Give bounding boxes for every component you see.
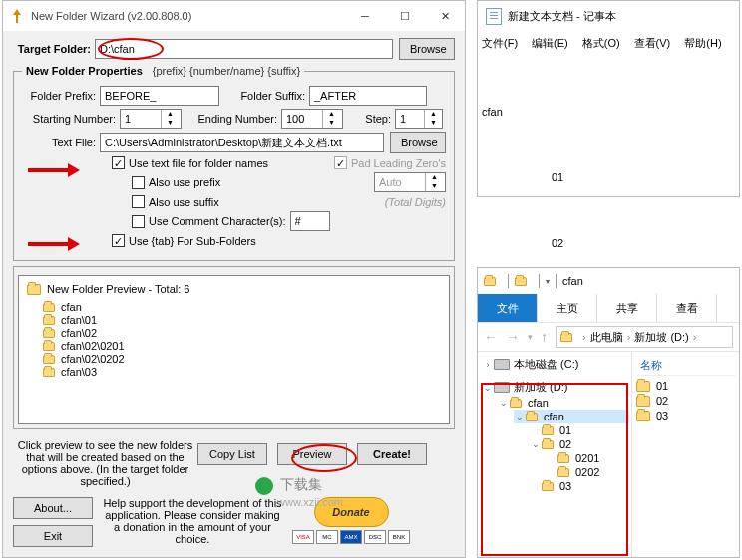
notepad-icon (486, 8, 502, 25)
menu-format[interactable]: 格式(O) (582, 36, 620, 51)
also-suffix-checkbox[interactable] (132, 195, 145, 208)
exit-button[interactable]: Exit (13, 525, 93, 547)
tree-item[interactable]: 本地磁盘 (C:) (514, 357, 578, 372)
tab-view[interactable]: 查看 (657, 294, 717, 322)
list-item[interactable]: 03 (636, 410, 735, 421)
step-label: Step: (343, 113, 395, 125)
tab-file[interactable]: 文件 (478, 294, 538, 322)
preview-group: New Folder Preview - Total: 6 cfan cfan\… (13, 266, 455, 429)
folder-icon (636, 411, 650, 421)
close-button[interactable]: ✕ (425, 1, 465, 31)
column-header-name[interactable]: 名称 (636, 356, 735, 376)
notepad-titlebar[interactable]: 新建文本文档 - 记事本 (478, 1, 739, 31)
about-button[interactable]: About... (13, 497, 93, 519)
explorer-list[interactable]: 名称 01 02 03 (632, 352, 739, 557)
preview-item: cfan\02\0201 (61, 340, 125, 352)
tree-item[interactable]: 0201 (575, 452, 599, 464)
create-button[interactable]: Create! (357, 443, 427, 465)
comment-checkbox[interactable] (132, 215, 145, 228)
maximize-button[interactable]: ☐ (385, 1, 425, 31)
browse-textfile-button[interactable]: Browse (390, 132, 446, 153)
breadcrumb[interactable]: 此电脑 (590, 330, 623, 345)
explorer-window: ▾ cfan 文件 主页 共享 查看 ← → ▾ ↑ › 此电脑 › 新加坡 (… (477, 267, 740, 558)
copy-list-button[interactable]: Copy List (197, 443, 267, 465)
list-item[interactable]: 02 (636, 395, 735, 407)
explorer-addressbar: ← → ▾ ↑ › 此电脑 › 新加坡 (D:) › (478, 322, 739, 352)
step-spinner[interactable]: ▲▼ (395, 109, 443, 129)
nav-back-icon[interactable]: ← (484, 329, 498, 345)
tree-item[interactable]: 03 (559, 480, 571, 492)
chevron-down-icon[interactable]: ▾ (546, 277, 550, 286)
prefix-input[interactable] (100, 86, 219, 106)
folder-icon (484, 277, 496, 286)
preview-list[interactable]: New Folder Preview - Total: 6 cfan cfan\… (18, 275, 450, 424)
tab-share[interactable]: 共享 (597, 294, 657, 322)
menu-edit[interactable]: 编辑(E) (532, 36, 568, 51)
folder-icon (526, 413, 538, 421)
suffix-label: Folder Suffix: (219, 90, 309, 102)
folder-icon (542, 440, 554, 449)
also-prefix-label: Also use prefix (149, 176, 220, 188)
group-title: New Folder Properties (26, 65, 143, 77)
tab-home[interactable]: 主页 (538, 294, 597, 322)
suffix-input[interactable] (309, 86, 427, 106)
menu-file[interactable]: 文件(F) (482, 36, 518, 51)
preview-item: cfan\01 (61, 314, 97, 326)
start-label: Starting Number: (22, 113, 120, 125)
tree-item-selected[interactable]: cfan (544, 411, 564, 422)
minimize-button[interactable]: ─ (345, 1, 385, 31)
use-textfile-checkbox[interactable] (112, 156, 125, 169)
breadcrumb[interactable]: 新加坡 (D:) (634, 330, 688, 345)
folder-icon (515, 277, 527, 286)
folder-properties-group: New Folder Properties{prefix} {number/na… (13, 65, 455, 261)
wizard-titlebar[interactable]: New Folder Wizard (v2.00.808.0) ─ ☐ ✕ (3, 1, 465, 31)
tree-item[interactable]: 新加坡 (D:) (514, 380, 567, 395)
tree-item[interactable]: 0202 (575, 466, 599, 478)
end-label: Ending Number: (182, 113, 281, 125)
group-sub: {prefix} {number/name} {suffix} (153, 65, 300, 77)
folder-icon (43, 368, 55, 377)
folder-icon (43, 355, 55, 364)
target-folder-input[interactable] (95, 39, 393, 59)
also-prefix-checkbox[interactable] (132, 176, 145, 189)
textfile-label: Text File: (22, 137, 100, 148)
auto-digits-spinner[interactable]: ▲▼ (374, 172, 446, 192)
nav-up-icon[interactable]: ↑ (541, 329, 548, 345)
donate-hint: Help support the development of this app… (103, 497, 282, 545)
notepad-window: 新建文本文档 - 记事本 文件(F) 编辑(E) 格式(O) 查看(V) 帮助(… (477, 0, 740, 197)
tree-item[interactable]: cfan (528, 397, 549, 409)
folder-icon (557, 454, 569, 463)
textfile-input[interactable] (100, 133, 384, 152)
list-item[interactable]: 01 (636, 380, 735, 392)
menu-view[interactable]: 查看(V) (634, 36, 671, 51)
tree-item[interactable]: 02 (559, 438, 571, 450)
prefix-label: Folder Prefix: (22, 90, 100, 102)
preview-button[interactable]: Preview (277, 443, 347, 465)
folder-icon (43, 329, 55, 338)
explorer-titlebar[interactable]: ▾ cfan (478, 268, 739, 294)
browse-target-button[interactable]: Browse (399, 38, 455, 60)
explorer-tree[interactable]: ›本地磁盘 (C:) ⌄新加坡 (D:) ⌄cfan ⌄cfan 01 ⌄02 … (478, 352, 632, 557)
target-folder-label: Target Folder: (13, 43, 95, 55)
use-textfile-label: Use text file for folder names (129, 157, 268, 169)
start-number-spinner[interactable]: ▲▼ (120, 109, 182, 129)
address-path[interactable]: › 此电脑 › 新加坡 (D:) › (556, 326, 733, 348)
comment-char-input[interactable] (290, 211, 330, 231)
folder-icon (560, 333, 572, 342)
nav-history-icon[interactable]: ▾ (528, 332, 533, 342)
end-number-spinner[interactable]: ▲▼ (281, 109, 343, 129)
preview-hint: Click preview to see the new folders tha… (13, 437, 197, 487)
pad-zero-checkbox[interactable] (334, 156, 347, 169)
nav-forward-icon[interactable]: → (506, 329, 520, 345)
donate-button[interactable]: Donate (314, 497, 389, 527)
preview-item: cfan\03 (61, 366, 97, 378)
use-tab-checkbox[interactable] (112, 234, 125, 247)
menu-help[interactable]: 帮助(H) (684, 36, 721, 51)
folder-icon (636, 396, 650, 407)
pad-zero-label: Pad Leading Zero's (351, 157, 446, 169)
notepad-title: 新建文本文档 - 记事本 (508, 9, 616, 24)
tree-item[interactable]: 01 (559, 424, 571, 436)
comment-label: Use Comment Character(s): (149, 215, 286, 227)
preview-item: cfan\02\0202 (61, 353, 125, 365)
folder-icon (542, 426, 554, 435)
